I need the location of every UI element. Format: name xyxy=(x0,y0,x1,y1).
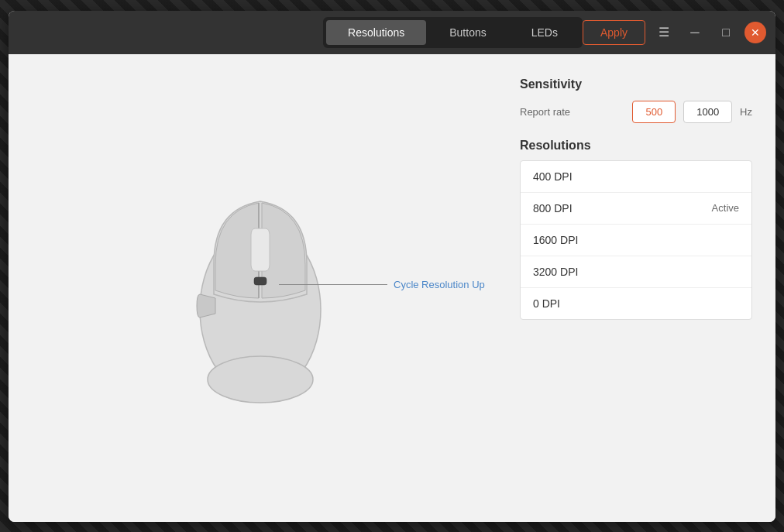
resolution-dpi-400: 400 DPI xyxy=(533,170,573,183)
app-window: Resolutions Buttons LEDs Apply ☰ ─ □ ✕ xyxy=(9,11,775,522)
mouse-illustration-area: ⊙ Cycle Resolution Up xyxy=(32,77,489,499)
tab-leds[interactable]: LEDs xyxy=(510,20,579,45)
callout-line xyxy=(279,284,387,285)
sensitivity-section: Sensitivity Report rate 500 1000 Hz xyxy=(520,77,752,123)
svg-point-3 xyxy=(208,356,313,403)
report-rate-label: Report rate xyxy=(520,106,624,118)
minimize-button[interactable]: ─ xyxy=(683,20,707,45)
resolution-dpi-0: 0 DPI xyxy=(533,297,560,310)
resolution-item-800[interactable]: 800 DPI Active xyxy=(521,193,751,225)
close-button[interactable]: ✕ xyxy=(744,22,766,43)
title-bar-right: Apply ☰ ─ □ ✕ xyxy=(583,20,766,45)
rate-500-button[interactable]: 500 xyxy=(632,101,676,123)
content-area: ⊙ Cycle Resolution Up Sensitivity Report… xyxy=(9,54,775,522)
tabs-container: Resolutions Buttons LEDs xyxy=(323,17,583,48)
hz-label: Hz xyxy=(740,106,752,118)
resolution-item-1600[interactable]: 1600 DPI xyxy=(521,225,751,256)
mouse-svg-container: ⊙ Cycle Resolution Up xyxy=(167,139,353,437)
tab-buttons[interactable]: Buttons xyxy=(428,20,507,45)
resolution-dpi-1600: 1600 DPI xyxy=(533,234,578,246)
rate-1000-button[interactable]: 1000 xyxy=(683,101,732,123)
resolution-item-0[interactable]: 0 DPI xyxy=(521,288,751,319)
resolution-item-400[interactable]: 400 DPI xyxy=(521,161,751,193)
callout-label: Cycle Resolution Up xyxy=(394,279,485,290)
maximize-button[interactable]: □ xyxy=(714,20,738,45)
resolution-item-3200[interactable]: 3200 DPI xyxy=(521,256,751,288)
settings-panel: Sensitivity Report rate 500 1000 Hz Reso… xyxy=(520,77,752,499)
apply-button[interactable]: Apply xyxy=(583,20,645,45)
resolutions-list: 400 DPI 800 DPI Active 1600 DPI 3200 DPI… xyxy=(520,160,752,320)
resolution-dpi-3200: 3200 DPI xyxy=(533,266,578,278)
resolutions-section: Resolutions 400 DPI 800 DPI Active 1600 … xyxy=(520,139,752,320)
resolution-active-badge: Active xyxy=(712,202,739,214)
callout-annotation: Cycle Resolution Up xyxy=(279,279,485,290)
report-rate-row: Report rate 500 1000 Hz xyxy=(520,101,752,123)
menu-button[interactable]: ☰ xyxy=(652,20,676,45)
resolution-dpi-800: 800 DPI xyxy=(533,202,573,215)
tab-resolutions[interactable]: Resolutions xyxy=(326,20,426,45)
svg-rect-2 xyxy=(251,228,270,271)
resolutions-title: Resolutions xyxy=(520,139,752,153)
dpi-button xyxy=(254,277,266,285)
title-bar: Resolutions Buttons LEDs Apply ☰ ─ □ ✕ xyxy=(9,11,775,54)
sensitivity-title: Sensitivity xyxy=(520,77,752,91)
